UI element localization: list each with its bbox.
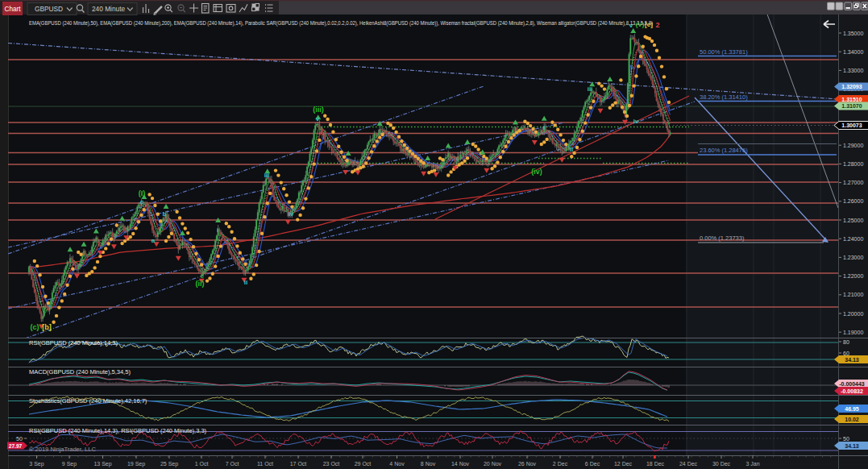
svg-text:-0.00832: -0.00832	[841, 388, 863, 394]
svg-text:6 Dec: 6 Dec	[585, 461, 600, 467]
svg-text:© 2019 NinjaTrader, LLC: © 2019 NinjaTrader, LLC	[29, 446, 96, 453]
svg-text:Chart: Chart	[4, 6, 21, 13]
svg-text:50.00% (1.33781): 50.00% (1.33781)	[700, 48, 748, 56]
svg-text:11 Oct: 11 Oct	[257, 461, 273, 467]
svg-text:10.02: 10.02	[845, 417, 859, 422]
svg-text:(I): (I)	[139, 189, 146, 197]
svg-text:1.19000: 1.19000	[843, 330, 863, 335]
svg-text:ii: ii	[570, 146, 573, 153]
svg-text:1.27000: 1.27000	[843, 180, 863, 185]
svg-text:12 Dec: 12 Dec	[614, 461, 633, 467]
svg-text:19 Sep: 19 Sep	[127, 461, 145, 467]
svg-text:25 Sep: 25 Sep	[160, 461, 178, 467]
svg-text:1 Oct: 1 Oct	[195, 461, 209, 467]
svg-text:4 Nov: 4 Nov	[389, 461, 405, 467]
svg-text:80: 80	[843, 339, 849, 345]
svg-text:ii: ii	[244, 279, 247, 286]
svg-text:46.95: 46.95	[845, 406, 859, 412]
svg-text:1.31510: 1.31510	[841, 97, 862, 102]
svg-text:1.32093: 1.32093	[841, 84, 862, 89]
svg-text:2 Dec: 2 Dec	[553, 461, 568, 467]
svg-text:RSI(GBPUSD (240 Minute),14,3): RSI(GBPUSD (240 Minute),14,3)	[29, 339, 118, 347]
svg-text:1.33000: 1.33000	[843, 68, 863, 73]
svg-text:MACD(GBPUSD (240 Minute),5,34,: MACD(GBPUSD (240 Minute),5,34,5)	[29, 368, 131, 376]
svg-text:b: b	[163, 210, 167, 218]
svg-text:[b]: [b]	[42, 323, 52, 331]
svg-text:18 Dec: 18 Dec	[646, 461, 665, 467]
svg-text:v: v	[316, 115, 320, 122]
svg-text:0.00% (1.23733): 0.00% (1.23733)	[700, 234, 745, 242]
svg-text:60: 60	[843, 351, 849, 356]
svg-text:1.34000: 1.34000	[843, 49, 863, 55]
svg-text:23 Oct: 23 Oct	[323, 461, 340, 467]
svg-text:1.21000: 1.21000	[843, 292, 863, 297]
svg-text:29 Oct: 29 Oct	[355, 461, 372, 467]
svg-text:(ii): (ii)	[196, 280, 205, 288]
svg-text:240 Minute: 240 Minute	[92, 5, 125, 13]
svg-text:(c): (c)	[31, 323, 39, 331]
svg-text:23.60% (1.28476): 23.60% (1.28476)	[700, 147, 748, 154]
svg-text:iii: iii	[588, 85, 593, 93]
svg-text:EMA(GBPUSD (240 Minute),50), E: EMA(GBPUSD (240 Minute),50), EMA(GBPUSD …	[29, 19, 653, 27]
svg-text:RSI(GBPUSD (240 Minute),14,3),: RSI(GBPUSD (240 Minute),14,3), RSI(GBPUS…	[29, 427, 207, 434]
svg-text:Stochastics(GBPUSD (240 Minute: Stochastics(GBPUSD (240 Minute),42,16,7)	[29, 397, 147, 405]
svg-text:2: 2	[655, 21, 659, 29]
svg-text:13 Sep: 13 Sep	[93, 461, 111, 467]
svg-text:38.20% (1.31410): 38.20% (1.31410)	[700, 93, 748, 101]
svg-text:iv: iv	[633, 118, 639, 125]
svg-text:9 Sep: 9 Sep	[62, 461, 77, 467]
svg-text:a: a	[152, 237, 156, 244]
svg-text:(iii): (iii)	[313, 106, 324, 114]
svg-text:1.22000: 1.22000	[843, 273, 863, 279]
svg-text:i: i	[543, 124, 545, 131]
svg-text:(iv): (iv)	[531, 168, 542, 176]
svg-text:c: c	[140, 198, 144, 205]
svg-text:1.30073: 1.30073	[841, 122, 862, 128]
svg-text:30 Dec: 30 Dec	[712, 461, 731, 467]
svg-text:7 Oct: 7 Oct	[226, 461, 239, 467]
svg-text:34.13: 34.13	[845, 357, 859, 363]
svg-text:1.25000: 1.25000	[843, 218, 863, 223]
svg-text:1.29000: 1.29000	[843, 143, 863, 148]
svg-text:8 Nov: 8 Nov	[421, 461, 436, 467]
svg-text:26 Nov: 26 Nov	[518, 461, 537, 467]
svg-text:1.26000: 1.26000	[843, 198, 863, 204]
svg-text:50: 50	[843, 436, 849, 442]
svg-text:iv: iv	[289, 210, 294, 218]
svg-text:-0.000443: -0.000443	[839, 381, 865, 387]
svg-text:GBPUSD: GBPUSD	[35, 5, 63, 13]
svg-text:1.28000: 1.28000	[843, 161, 863, 167]
svg-text:i: i	[217, 226, 218, 234]
svg-text:17 Oct: 17 Oct	[290, 461, 307, 467]
svg-text:iii: iii	[264, 172, 270, 179]
svg-text:3 Jan: 3 Jan	[745, 461, 759, 467]
svg-text:1.24000: 1.24000	[843, 236, 863, 242]
svg-text:27.97: 27.97	[9, 443, 23, 449]
svg-text:14 Nov: 14 Nov	[451, 461, 470, 467]
svg-text:1.23000: 1.23000	[843, 255, 863, 260]
svg-text:1.35000: 1.35000	[843, 31, 863, 36]
svg-text:1.31070: 1.31070	[841, 103, 862, 109]
svg-text:1.20000: 1.20000	[843, 311, 863, 317]
svg-text:20 Nov: 20 Nov	[484, 461, 502, 467]
svg-text:c: c	[201, 272, 205, 280]
svg-text:34.13: 34.13	[845, 443, 859, 449]
svg-text:24 Dec: 24 Dec	[679, 461, 698, 467]
svg-text:50: 50	[16, 436, 23, 442]
svg-text:3 Sep: 3 Sep	[29, 461, 44, 467]
